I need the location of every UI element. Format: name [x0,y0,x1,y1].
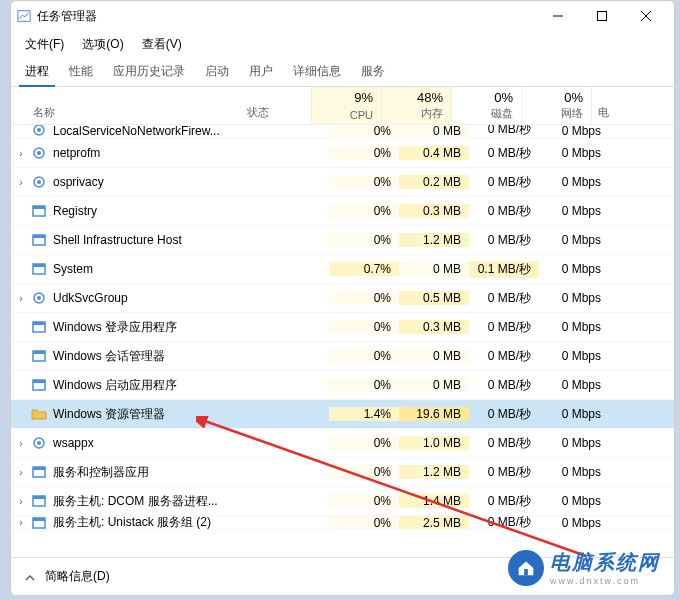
expand-toggle[interactable]: › [11,177,31,188]
net-cell: 0 Mbps [539,175,609,189]
process-name: UdkSvcGroup [53,291,259,305]
process-row[interactable]: ›wsappx0%1.0 MB0 MB/秒0 Mbps [11,429,674,458]
process-row[interactable]: ›osprivacy0%0.2 MB0 MB/秒0 Mbps [11,168,674,197]
process-row[interactable]: Windows 会话管理器0%0 MB0 MB/秒0 Mbps [11,342,674,371]
header-cpu[interactable]: 9%CPU [311,87,381,124]
process-icon [31,125,47,138]
process-name: LocalServiceNoNetworkFirew... [53,125,259,138]
expand-toggle[interactable]: › [11,496,31,507]
cpu-cell: 1.4% [329,407,399,421]
process-icon [31,145,47,161]
net-cell: 0 Mbps [539,378,609,392]
header-extra[interactable]: 电 [591,87,615,124]
process-row[interactable]: Windows 登录应用程序0%0.3 MB0 MB/秒0 Mbps [11,313,674,342]
close-button[interactable] [624,2,668,30]
process-row[interactable]: ›服务和控制器应用0%1.2 MB0 MB/秒0 Mbps [11,458,674,487]
expand-toggle[interactable]: › [11,293,31,304]
svg-point-8 [37,151,41,155]
expand-toggle[interactable]: › [11,438,31,449]
cpu-cell: 0% [329,378,399,392]
process-name: Windows 启动应用程序 [53,377,259,394]
cpu-cell: 0% [329,494,399,508]
process-row[interactable]: LocalServiceNoNetworkFirew...0%0 MB0 MB/… [11,125,674,139]
process-name: 服务和控制器应用 [53,464,259,481]
tab-6[interactable]: 服务 [351,57,395,86]
expand-toggle[interactable]: › [11,517,31,528]
title-bar[interactable]: 任务管理器 [11,1,674,31]
net-cell: 0 Mbps [539,516,609,530]
process-icon [31,174,47,190]
mem-cell: 0.4 MB [399,146,469,160]
chevron-up-icon[interactable] [25,570,37,584]
process-name: Windows 登录应用程序 [53,319,259,336]
cpu-cell: 0% [329,436,399,450]
fewer-details-link[interactable]: 简略信息(D) [45,568,110,585]
disk-cell: 0 MB/秒 [469,232,539,249]
process-icon [31,464,47,480]
mem-cell: 2.5 MB [399,516,469,530]
header-memory[interactable]: 48%内存 [381,87,451,124]
header-network[interactable]: 0%网络 [521,87,591,124]
mem-cell: 0.2 MB [399,175,469,189]
menu-view[interactable]: 查看(V) [134,32,190,57]
process-icon [31,493,47,509]
cpu-cell: 0% [329,125,399,138]
disk-cell: 0.1 MB/秒 [469,261,539,278]
cpu-cell: 0% [329,175,399,189]
window-title: 任务管理器 [37,8,97,25]
header-disk[interactable]: 0%磁盘 [451,87,521,124]
net-cell: 0 Mbps [539,146,609,160]
disk-cell: 0 MB/秒 [469,435,539,452]
cpu-cell: 0% [329,516,399,530]
process-icon [31,203,47,219]
process-row[interactable]: Windows 启动应用程序0%0 MB0 MB/秒0 Mbps [11,371,674,400]
svg-rect-2 [598,12,607,21]
mem-cell: 0 MB [399,349,469,363]
expand-toggle[interactable]: › [11,467,31,478]
process-row[interactable]: ›UdkSvcGroup0%0.5 MB0 MB/秒0 Mbps [11,284,674,313]
minimize-button[interactable] [536,2,580,30]
mem-cell: 19.6 MB [399,407,469,421]
menu-file[interactable]: 文件(F) [17,32,72,57]
cpu-cell: 0% [329,320,399,334]
svg-rect-14 [33,235,45,238]
header-status[interactable]: 状态 [241,87,311,124]
tab-0[interactable]: 进程 [15,57,59,86]
tab-2[interactable]: 应用历史记录 [103,57,195,86]
process-icon [31,319,47,335]
disk-cell: 0 MB/秒 [469,377,539,394]
disk-cell: 0 MB/秒 [469,493,539,510]
process-name: 服务主机: DCOM 服务器进程... [53,493,259,510]
svg-point-18 [37,296,41,300]
tab-1[interactable]: 性能 [59,57,103,86]
net-cell: 0 Mbps [539,262,609,276]
process-row[interactable]: Windows 资源管理器1.4%19.6 MB0 MB/秒0 Mbps [11,400,674,429]
disk-cell: 0 MB/秒 [469,174,539,191]
tab-5[interactable]: 详细信息 [283,57,351,86]
svg-rect-20 [33,322,45,325]
cpu-cell: 0% [329,204,399,218]
svg-point-10 [37,180,41,184]
maximize-button[interactable] [580,2,624,30]
process-row[interactable]: ›服务主机: DCOM 服务器进程...0%1.4 MB0 MB/秒0 Mbps [11,487,674,516]
svg-rect-34 [524,568,528,574]
watermark-logo: 电脑系统网 www.dnxtw.com [508,549,660,586]
process-row[interactable]: System0.7%0 MB0.1 MB/秒0 Mbps [11,255,674,284]
menu-options[interactable]: 选项(O) [74,32,131,57]
header-name[interactable]: 名称 [11,87,241,124]
process-row[interactable]: Registry0%0.3 MB0 MB/秒0 Mbps [11,197,674,226]
tab-4[interactable]: 用户 [239,57,283,86]
process-name: netprofm [53,146,259,160]
tab-3[interactable]: 启动 [195,57,239,86]
process-name: Shell Infrastructure Host [53,233,259,247]
svg-rect-30 [33,496,45,499]
process-row[interactable]: ›netprofm0%0.4 MB0 MB/秒0 Mbps [11,139,674,168]
disk-cell: 0 MB/秒 [469,464,539,481]
net-cell: 0 Mbps [539,204,609,218]
process-row[interactable]: Shell Infrastructure Host0%1.2 MB0 MB/秒0… [11,226,674,255]
expand-toggle[interactable]: › [11,148,31,159]
process-row[interactable]: ›服务主机: Unistack 服务组 (2)0%2.5 MB0 MB/秒0 M… [11,516,674,530]
process-name: Registry [53,204,259,218]
process-list[interactable]: LocalServiceNoNetworkFirew...0%0 MB0 MB/… [11,125,674,557]
disk-cell: 0 MB/秒 [469,516,539,530]
